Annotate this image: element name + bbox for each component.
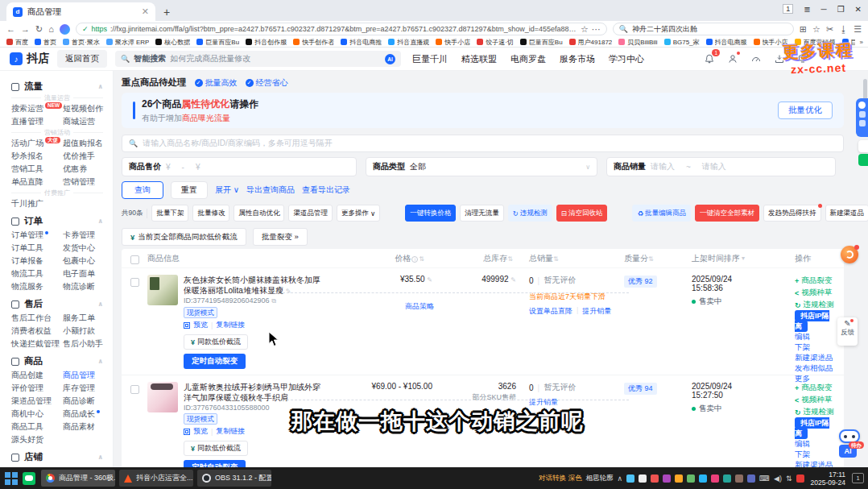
- bookmark-item[interactable]: 首页·聚水: [63, 38, 100, 47]
- sidebar-item-logistics-tools[interactable]: 物流工具: [11, 267, 60, 280]
- monitor-icon[interactable]: [797, 53, 808, 64]
- tray-icon[interactable]: [711, 474, 719, 483]
- nav-luopan[interactable]: 电商罗盘: [510, 53, 546, 65]
- set-discount-link[interactable]: 设置单品直降: [529, 306, 572, 317]
- download-icon[interactable]: [774, 53, 785, 64]
- attr-auto-optimize-button[interactable]: 属性自动优化: [234, 205, 284, 222]
- sidebar-item-logistics-service[interactable]: 物流服务: [11, 280, 60, 293]
- bookmark-star-icon[interactable]: ☆: [581, 25, 589, 34]
- sidebar-item-source-goods[interactable]: 源头好货: [11, 433, 60, 446]
- sidebar-item-qianchuan[interactable]: 千川推广: [11, 197, 60, 210]
- product-image[interactable]: [147, 275, 178, 305]
- channel-mgmt-button[interactable]: 渠道品管理: [288, 205, 333, 222]
- edit-link[interactable]: 编辑: [795, 332, 839, 342]
- expand-toggle[interactable]: 展开 ∨: [215, 184, 239, 196]
- export-log-link[interactable]: 查看导出记录: [302, 184, 350, 196]
- tray-icon[interactable]: [675, 474, 683, 483]
- bookmark-item[interactable]: 聚水潭 ERP: [106, 38, 150, 47]
- bookmark-item[interactable]: 用户491872: [569, 38, 613, 47]
- bookmark-item[interactable]: 巨量百应Bu: [520, 38, 563, 47]
- bookmark-item[interactable]: 贝贝BiliBili: [618, 38, 657, 47]
- tray-icon[interactable]: [699, 474, 707, 483]
- volume-icon[interactable]: ◀): [774, 474, 782, 483]
- delist-link[interactable]: 下架: [795, 342, 839, 353]
- tab-list-icon[interactable]: ≣: [804, 5, 810, 14]
- sidebar-item-package-center[interactable]: 包裹中心: [63, 255, 110, 267]
- sidebar-item-product-diagnose[interactable]: 商品诊断: [63, 395, 110, 408]
- page-lowprice-capture-button[interactable]: ¥当前页全部商品同款低价截流: [122, 228, 246, 246]
- sidebar-item-order-report[interactable]: 订单报备: [11, 255, 60, 267]
- profile-badge[interactable]: 1: [783, 4, 793, 14]
- bookmark-item[interactable]: 首页: [35, 38, 56, 47]
- browser-search-input[interactable]: 🔍 神舟二十第四次出舱: [613, 23, 794, 35]
- price-range-filter[interactable]: 商品售价¥-¥: [122, 157, 357, 176]
- row-checkbox[interactable]: [130, 385, 139, 394]
- sidebar-item-seckill[interactable]: 秒杀报名: [11, 150, 60, 163]
- delist-link[interactable]: 下架: [795, 450, 839, 460]
- violation-check-button[interactable]: ↻违规检测: [508, 205, 552, 222]
- bookmark-item[interactable]: 巨量百应Bu: [196, 38, 239, 47]
- trend-support-button[interactable]: 发趋势品得扶持: [763, 205, 821, 222]
- edit-link[interactable]: 编辑: [795, 439, 839, 450]
- bookmark-item[interactable]: 百度营销领: [795, 38, 836, 47]
- product-fission-link[interactable]: +商品裂变: [795, 382, 839, 394]
- tab-close-icon[interactable]: ✕: [142, 6, 149, 17]
- forward-icon[interactable]: →: [21, 25, 30, 34]
- smart-search-input[interactable]: 🔍 智能搜索 如何完成商品批量修改 AI: [115, 51, 401, 67]
- auto-fission-button[interactable]: 定时自动裂变: [184, 354, 246, 369]
- sidebar-item-product-tools[interactable]: 商品工具: [11, 421, 60, 433]
- sidebar-item-mall-ops[interactable]: 商城运营: [63, 115, 110, 128]
- tray-icon[interactable]: [651, 474, 659, 483]
- sidebar-item-channel-mgmt[interactable]: 渠道品管理: [11, 395, 60, 408]
- sidebar-item-video-create[interactable]: 短视频创作: [63, 102, 110, 115]
- preview-link[interactable]: 预览: [193, 320, 208, 330]
- reset-button[interactable]: 重置: [171, 181, 208, 199]
- nav-qianchuan[interactable]: 巨量千川: [412, 53, 448, 65]
- more-dots-icon[interactable]: ⋯: [592, 25, 601, 34]
- keyboard-icon[interactable]: ⌨: [759, 474, 770, 483]
- nav-jingxuan[interactable]: 精选联盟: [461, 53, 497, 65]
- edit-icon[interactable]: ✎: [510, 276, 516, 284]
- select-all-checkbox[interactable]: [130, 255, 139, 264]
- bookmarks-overflow-icon[interactable]: »: [855, 37, 868, 48]
- reload-icon[interactable]: ↻: [35, 25, 43, 34]
- float-white-tab[interactable]: [858, 140, 868, 152]
- sidebar-item-logistics-diagnose[interactable]: 物流诊断: [63, 280, 110, 293]
- start-button[interactable]: [4, 471, 19, 486]
- product-search-input[interactable]: 🔍 请输入商品名称/商品ID/商家编码，多条可用逗号隔开: [122, 135, 844, 152]
- batch-delist-button[interactable]: 批量下架: [151, 205, 188, 222]
- back-home-button[interactable]: 返回首页: [57, 50, 107, 68]
- bell-icon[interactable]: 1: [704, 53, 715, 64]
- sidebar-section-orders[interactable]: 订单∧: [11, 215, 113, 227]
- dashboard-icon[interactable]: [750, 53, 762, 64]
- sidebar-item-activity-square[interactable]: 活动广场大促: [11, 137, 60, 150]
- float-activity-widget[interactable]: [856, 98, 868, 137]
- bookmark-item[interactable]: 核心数据: [155, 38, 190, 47]
- product-strategy-link[interactable]: 商品策略: [405, 301, 434, 312]
- float-green-tab[interactable]: [858, 154, 868, 166]
- row-checkbox[interactable]: [130, 278, 139, 287]
- product-type-filter[interactable]: 商品类型全部∨: [366, 157, 597, 176]
- nav-xuexi[interactable]: 学习中心: [609, 53, 644, 65]
- minimize-button[interactable]: ─: [821, 5, 827, 14]
- violation-check-link[interactable]: ↻违规检测: [795, 406, 839, 418]
- favorites-icon[interactable]: ☆: [812, 25, 820, 34]
- product-fission-link[interactable]: +商品裂变: [795, 275, 839, 287]
- sidebar-item-e-waybill[interactable]: 电子面单: [63, 267, 110, 280]
- sidebar-item-product-mgmt[interactable]: 商品管理: [63, 369, 110, 382]
- account-icon[interactable]: [727, 53, 738, 64]
- violation-check-link[interactable]: ↻违规检测: [795, 299, 839, 311]
- ai-assistant-widget[interactable]: AI待办: [837, 429, 862, 458]
- empty-recycle-button[interactable]: ⊟清空回收站: [556, 205, 608, 222]
- video-seeding-link[interactable]: <视频种草: [795, 287, 839, 299]
- batch-edit-products-button[interactable]: ♻批量编辑商品: [632, 205, 691, 222]
- export-products-link[interactable]: 导出查询商品: [246, 184, 295, 196]
- sidebar-section-shop[interactable]: 店铺∧: [11, 451, 113, 463]
- sidebar-section-traffic[interactable]: 流量∧: [11, 81, 113, 93]
- float-service-icon[interactable]: [841, 246, 858, 263]
- sidebar-item-consumer-rights[interactable]: 消费者权益: [11, 325, 60, 338]
- copy-icon[interactable]: ⧉: [271, 297, 276, 305]
- sidebar-section-products[interactable]: 商品∧: [11, 355, 113, 367]
- sidebar-item-card-mgmt[interactable]: 卡券管理: [63, 229, 110, 242]
- sidebar-item-express-intercept[interactable]: 快递拦截管理: [11, 338, 60, 350]
